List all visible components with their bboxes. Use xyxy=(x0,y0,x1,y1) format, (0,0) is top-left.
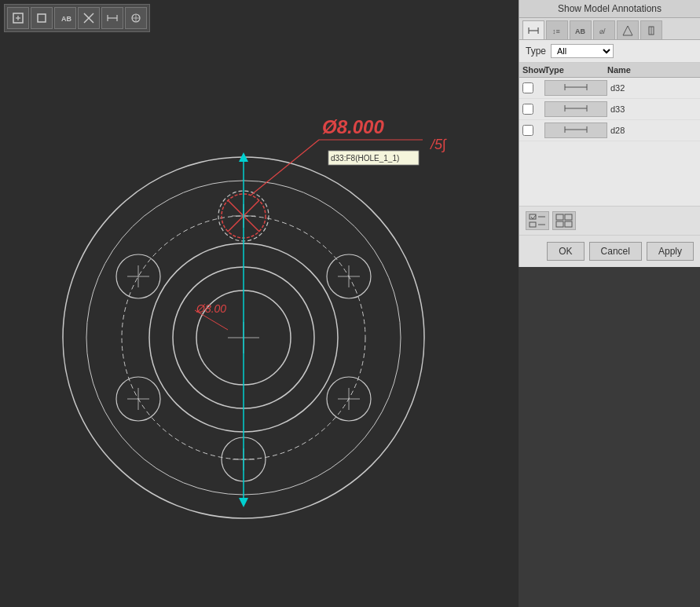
row-type-d32 xyxy=(544,80,607,96)
tab-radius[interactable]: ⌀/ xyxy=(593,20,615,39)
row-type-d33 xyxy=(544,101,607,117)
tab-surface[interactable] xyxy=(617,20,639,39)
row-checkbox-d28[interactable] xyxy=(522,125,533,136)
panel-tabs: ↕≡ AB ⌀/ xyxy=(519,18,700,40)
cad-viewport: AB xyxy=(0,0,519,607)
svg-text:d33:F8(HOLE_1_1): d33:F8(HOLE_1_1) xyxy=(331,154,399,163)
grid-view-button[interactable] xyxy=(552,211,576,230)
svg-rect-76 xyxy=(565,214,572,220)
cad-drawing: Ø8.000 /5∫ Ø8.00 d33:F8(HOLE_1_1) xyxy=(0,0,519,607)
tab-linear[interactable]: ↕≡ xyxy=(546,20,568,39)
row-name-d33: d33 xyxy=(607,104,697,114)
svg-rect-75 xyxy=(556,214,563,220)
table-header: Show Type Name xyxy=(519,63,700,78)
svg-rect-73 xyxy=(530,222,536,227)
row-name-d32: d32 xyxy=(607,83,697,93)
ok-button[interactable]: OK xyxy=(547,242,584,261)
svg-rect-77 xyxy=(556,221,563,227)
table-row: d28 xyxy=(519,120,700,141)
tab-datum[interactable] xyxy=(640,20,662,39)
svg-text:/5∫: /5∫ xyxy=(429,137,447,152)
svg-text:⌀/: ⌀/ xyxy=(599,27,606,35)
col-type: Type xyxy=(544,65,607,75)
col-name: Name xyxy=(607,65,697,75)
svg-text:Ø8.000: Ø8.000 xyxy=(322,116,384,137)
cancel-button[interactable]: Cancel xyxy=(589,242,642,261)
type-label: Type xyxy=(526,46,546,57)
apply-button[interactable]: Apply xyxy=(647,242,694,261)
panel-title: Show Model Annotations xyxy=(519,0,700,18)
row-type-d28 xyxy=(544,122,607,138)
tab-text[interactable]: AB xyxy=(570,20,592,39)
type-select[interactable]: All xyxy=(551,44,614,58)
svg-marker-59 xyxy=(623,26,632,35)
table-row: d32 xyxy=(519,78,700,99)
table-row: d33 xyxy=(519,99,700,120)
type-filter-row: Type All xyxy=(519,40,700,63)
panel-buttons: OK Cancel Apply xyxy=(519,236,700,267)
panel-bottom-icons xyxy=(519,206,700,236)
select-all-button[interactable] xyxy=(526,211,549,230)
svg-rect-78 xyxy=(565,221,572,227)
tab-dimension[interactable] xyxy=(522,20,544,39)
annotation-table: d32 d33 d28 xyxy=(519,78,700,206)
row-checkbox-d33[interactable] xyxy=(522,104,533,115)
row-name-d28: d28 xyxy=(607,126,697,135)
annotation-panel: Show Model Annotations ↕≡ AB ⌀/ xyxy=(519,0,700,267)
svg-text:AB: AB xyxy=(575,27,585,35)
row-checkbox-d32[interactable] xyxy=(522,82,533,93)
svg-text:↕≡: ↕≡ xyxy=(552,27,560,35)
col-show: Show xyxy=(522,65,544,75)
